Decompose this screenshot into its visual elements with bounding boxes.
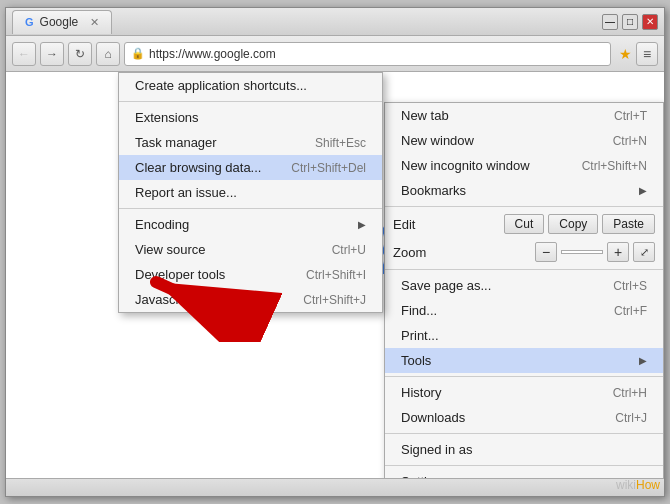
- tools-shortcut-view-source: Ctrl+U: [332, 243, 366, 257]
- menu-downloads[interactable]: Downloads Ctrl+J: [385, 405, 663, 430]
- menu-divider-4: [385, 433, 663, 434]
- menu-find[interactable]: Find... Ctrl+F: [385, 298, 663, 323]
- zoom-fullscreen-button[interactable]: ⤢: [633, 242, 655, 262]
- tools-item-label: View source: [135, 242, 206, 257]
- address-bar[interactable]: 🔒 https://www.google.com: [124, 42, 611, 66]
- forward-icon: →: [46, 47, 58, 61]
- back-icon: ←: [18, 47, 30, 61]
- zoom-in-button[interactable]: +: [607, 242, 629, 262]
- menu-divider-3: [385, 376, 663, 377]
- browser-content: Google Create application shortcuts... E…: [6, 72, 664, 478]
- menu-shortcut-new-window: Ctrl+N: [613, 134, 647, 148]
- refresh-button[interactable]: ↻: [68, 42, 92, 66]
- zoom-out-button[interactable]: −: [535, 242, 557, 262]
- forward-button[interactable]: →: [40, 42, 64, 66]
- menu-new-window[interactable]: New window Ctrl+N: [385, 128, 663, 153]
- menu-item-label: New window: [401, 133, 474, 148]
- window-controls: — □ ✕: [602, 14, 658, 30]
- menu-bookmarks[interactable]: Bookmarks: [385, 178, 663, 203]
- url-text: https://www.google.com: [149, 47, 604, 61]
- menu-history[interactable]: History Ctrl+H: [385, 380, 663, 405]
- menu-shortcut-new-incognito: Ctrl+Shift+N: [582, 159, 647, 173]
- tools-item-label: Create application shortcuts...: [135, 78, 307, 93]
- tools-menu-create-shortcuts[interactable]: Create application shortcuts...: [119, 73, 382, 98]
- menu-item-label: Tools: [401, 353, 431, 368]
- tools-menu-report-issue[interactable]: Report an issue...: [119, 180, 382, 205]
- menu-item-label: New incognito window: [401, 158, 530, 173]
- tools-item-label: Developer tools: [135, 267, 225, 282]
- navigation-bar: ← → ↻ ⌂ 🔒 https://www.google.com ★ ≡: [6, 36, 664, 72]
- bookmark-star-button[interactable]: ★: [619, 46, 632, 62]
- tools-item-label: Task manager: [135, 135, 217, 150]
- paste-button[interactable]: Paste: [602, 214, 655, 234]
- chrome-main-menu: New tab Ctrl+T New window Ctrl+N New inc…: [384, 102, 664, 478]
- home-button[interactable]: ⌂: [96, 42, 120, 66]
- menu-shortcut-downloads: Ctrl+J: [615, 411, 647, 425]
- tools-shortcut-developer-tools: Ctrl+Shift+I: [306, 268, 366, 282]
- tools-menu-task-manager[interactable]: Task manager Shift+Esc: [119, 130, 382, 155]
- maximize-button[interactable]: □: [622, 14, 638, 30]
- tools-menu-extensions[interactable]: Extensions: [119, 105, 382, 130]
- tools-menu-clear-browsing[interactable]: Clear browsing data... Ctrl+Shift+Del: [119, 155, 382, 180]
- menu-divider-1: [385, 206, 663, 207]
- wiki-text: wiki: [616, 478, 636, 492]
- menu-settings[interactable]: Settings: [385, 469, 663, 478]
- tools-menu-developer-tools[interactable]: Developer tools Ctrl+Shift+I: [119, 262, 382, 287]
- menu-tools[interactable]: Tools: [385, 348, 663, 373]
- menu-item-label: Downloads: [401, 410, 465, 425]
- tab-close-button[interactable]: ✕: [90, 16, 99, 29]
- tools-menu-encoding[interactable]: Encoding: [119, 212, 382, 237]
- lock-icon: 🔒: [131, 47, 145, 60]
- menu-item-label: New tab: [401, 108, 449, 123]
- tools-divider-2: [119, 208, 382, 209]
- zoom-label: Zoom: [393, 245, 531, 260]
- menu-item-label: Print...: [401, 328, 439, 343]
- tools-item-label: Encoding: [135, 217, 189, 232]
- menu-print[interactable]: Print...: [385, 323, 663, 348]
- menu-item-label: History: [401, 385, 441, 400]
- edit-label: Edit: [393, 217, 500, 232]
- menu-shortcut-new-tab: Ctrl+T: [614, 109, 647, 123]
- tools-shortcut-clear-browsing: Ctrl+Shift+Del: [291, 161, 366, 175]
- tools-item-label: Extensions: [135, 110, 199, 125]
- close-button[interactable]: ✕: [642, 14, 658, 30]
- status-bar: [6, 478, 664, 496]
- menu-item-label: Save page as...: [401, 278, 491, 293]
- menu-item-label: Find...: [401, 303, 437, 318]
- browser-tab[interactable]: G Google ✕: [12, 10, 112, 34]
- tools-item-label: Javascript console: [135, 292, 242, 307]
- menu-new-tab[interactable]: New tab Ctrl+T: [385, 103, 663, 128]
- back-button[interactable]: ←: [12, 42, 36, 66]
- tools-item-label: Report an issue...: [135, 185, 237, 200]
- menu-item-label: Bookmarks: [401, 183, 466, 198]
- hamburger-icon: ≡: [643, 46, 651, 62]
- tab-favicon: G: [25, 16, 34, 28]
- chrome-menu-button[interactable]: ≡: [636, 42, 658, 66]
- wikihow-watermark: wikiHow: [616, 478, 660, 492]
- title-bar: G Google ✕ — □ ✕: [6, 8, 664, 36]
- menu-divider-5: [385, 465, 663, 466]
- copy-button[interactable]: Copy: [548, 214, 598, 234]
- menu-divider-2: [385, 269, 663, 270]
- tools-menu-view-source[interactable]: View source Ctrl+U: [119, 237, 382, 262]
- menu-shortcut-save: Ctrl+S: [613, 279, 647, 293]
- zoom-value-display: [561, 250, 603, 254]
- minimize-button[interactable]: —: [602, 14, 618, 30]
- tools-menu-javascript-console[interactable]: Javascript console Ctrl+Shift+J: [119, 287, 382, 312]
- how-text: How: [636, 478, 660, 492]
- tools-item-label: Clear browsing data...: [135, 160, 261, 175]
- refresh-icon: ↻: [75, 47, 85, 61]
- tools-shortcut-javascript-console: Ctrl+Shift+J: [303, 293, 366, 307]
- menu-item-label: Signed in as: [401, 442, 473, 457]
- tools-shortcut-task-manager: Shift+Esc: [315, 136, 366, 150]
- menu-new-incognito[interactable]: New incognito window Ctrl+Shift+N: [385, 153, 663, 178]
- tools-submenu: Create application shortcuts... Extensio…: [118, 72, 383, 313]
- menu-item-label: Settings: [401, 474, 448, 478]
- menu-save-page[interactable]: Save page as... Ctrl+S: [385, 273, 663, 298]
- home-icon: ⌂: [104, 47, 111, 61]
- menu-signed-in[interactable]: Signed in as: [385, 437, 663, 462]
- browser-window: G Google ✕ — □ ✕ ← → ↻ ⌂: [5, 7, 665, 497]
- menu-shortcut-find: Ctrl+F: [614, 304, 647, 318]
- menu-edit-row: Edit Cut Copy Paste: [385, 210, 663, 238]
- cut-button[interactable]: Cut: [504, 214, 545, 234]
